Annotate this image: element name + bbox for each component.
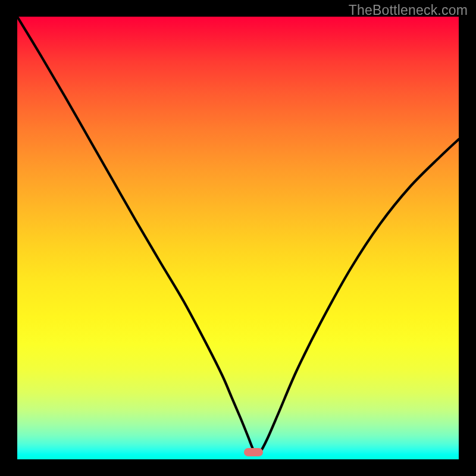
watermark-text: TheBottleneck.com — [349, 2, 468, 18]
optimal-marker — [244, 448, 263, 456]
bottleneck-curve — [17, 17, 459, 459]
